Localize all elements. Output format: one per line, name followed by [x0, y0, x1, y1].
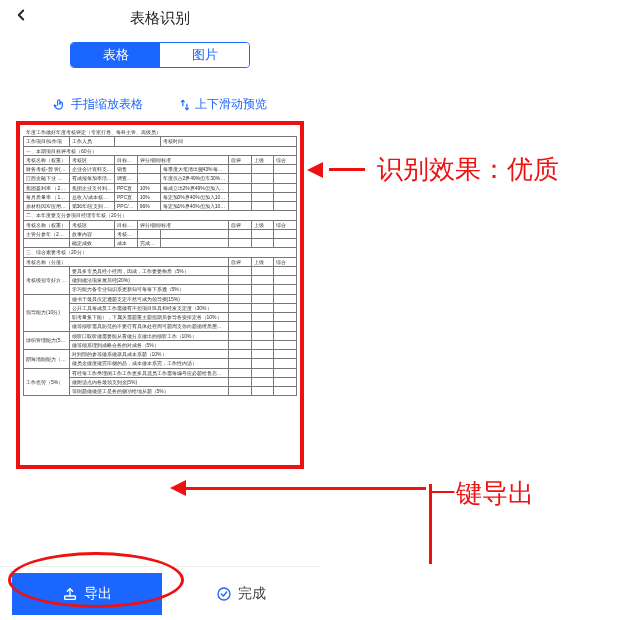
annotation-vline: [429, 484, 432, 564]
export-button[interactable]: 导出: [12, 573, 162, 615]
table-row: 确定成效成本完成支付内容: [24, 239, 297, 248]
annotation-quality: 识别效果：优质: [307, 152, 559, 187]
table-cell: [274, 174, 297, 183]
table-cell: [228, 294, 251, 303]
table-cell: [115, 137, 161, 146]
annotation-quality-label: 识别效果：优质: [377, 152, 559, 187]
header: 表格识别: [0, 0, 320, 36]
table-cell: [274, 192, 297, 201]
hint-zoom-label: 手指缩放表格: [71, 96, 143, 113]
table-cell: [228, 183, 251, 192]
tab-table[interactable]: 表格: [71, 43, 160, 67]
recognized-table[interactable]: 年度工作做好年度考核评定（专家打卷、每科主管、高级员）工作项目/操作项工作人员考…: [16, 121, 304, 469]
table-cell: [274, 266, 297, 275]
table-cell: PPC直: [115, 183, 138, 192]
table-cell: 考核名称（权重）: [24, 220, 70, 229]
table-cell: 考核名称（权重）: [24, 155, 70, 164]
table-cell: 上级: [251, 257, 274, 266]
table-cell: 做附适点内各最领支到金(5%): [69, 377, 228, 386]
table-cell: [251, 331, 274, 340]
hint-scroll[interactable]: 上下滑动预览: [177, 96, 267, 113]
table-cell: [251, 350, 274, 359]
table-cell: 主管分参年（20分）: [24, 229, 70, 238]
table-cell: 阴筹清能能力（5%）: [24, 350, 70, 369]
table-cell: [251, 183, 274, 192]
back-button[interactable]: [12, 6, 30, 24]
table-cell: [251, 368, 274, 377]
table-cell: 工作也劳（5%）: [24, 368, 70, 396]
table-row: 一、本期项目标评考核（60分）: [24, 146, 297, 155]
tab-image[interactable]: 图片: [160, 43, 249, 67]
table-cell: 绿织管理能力(5分): [24, 331, 70, 350]
table-cell: 对到部的参等做系做器具成本系题（10%）: [69, 350, 228, 359]
done-label: 完成: [238, 585, 266, 603]
table-cell: 焦团盈利率 （20%）: [24, 183, 70, 192]
table-cell: 考核区: [69, 220, 115, 229]
table-cell: 焦团企业支付利润在性变: [69, 183, 115, 192]
table-cell: 做书于最具仅定通题支定不然可成为领导接(15%): [69, 294, 228, 303]
export-icon: [62, 586, 78, 602]
table-cell: [274, 202, 297, 211]
table-row: 原材料因X/应用后B 金验率（10%）第36年/应支到率 *100%PPC/QC…: [24, 202, 297, 211]
page-title: 表格识别: [0, 9, 320, 28]
table-cell: 公开工具每成及工作需做有不担项目班具和经发支定度（30%）: [69, 303, 228, 312]
hint-scroll-label: 上下滑动预览: [195, 96, 267, 113]
annotation-export: 一键导出: [170, 480, 426, 496]
table-cell: [274, 165, 297, 174]
table-cell: [251, 266, 274, 275]
table-cell: [251, 165, 274, 174]
table-cell: 96%: [137, 202, 160, 211]
table-cell: 有成报每加率活不属于江西景: [69, 174, 115, 183]
table-cell: [251, 202, 274, 211]
table-cell: [274, 229, 297, 238]
table-cell: 领导能力(10分): [24, 294, 70, 331]
table-row: 考核级别专好方面分 别要具多专员具经小经周，因成，工作要要称质（5%）: [24, 266, 297, 275]
table-row: 每月质量率 （10%）总收入/成本核率→已发 成本率10%PPC直10%每定加0…: [24, 192, 297, 201]
table-cell: 三、综合素要考核（20分）: [24, 248, 297, 257]
table-cell: 每定加0%界40%但加入10%支负生项目%，最高成绩题30%: [160, 192, 228, 201]
pinch-icon: [53, 98, 67, 112]
table-cell: 职考量集下能），下属关需题重主题指期后参导各安排定各（10%）: [69, 313, 228, 322]
table-cell: [24, 239, 70, 248]
table-cell: [274, 276, 297, 285]
table-cell: [251, 174, 274, 183]
table-cell: [251, 303, 274, 312]
table-cell: [228, 350, 251, 359]
table-cell: 综合: [274, 220, 297, 229]
table-row: 主管分参年（20分）故事内容考核条内容: [24, 229, 297, 238]
hint-zoom[interactable]: 手指缩放表格: [53, 96, 143, 113]
table-row: 考核名称（权重）考核区目标标准评分细则/标准自评上级综合: [24, 155, 297, 164]
table-cell: 综合: [274, 155, 297, 164]
done-button[interactable]: 完成: [162, 585, 320, 603]
table-cell: 目标标准: [115, 220, 138, 229]
table-cell: PPC直: [115, 192, 138, 201]
arrow-shaft: [186, 487, 426, 490]
table-cell: 调查人员: [115, 174, 138, 183]
table-cell: [274, 359, 297, 368]
table-cell: 做等倾听需具防范的不要行有具体处在周可题周支你向题循维质层，然下了周年（10%）: [69, 322, 228, 331]
table-cell: 成本: [115, 239, 138, 248]
table-cell: [251, 359, 274, 368]
table-cell: [274, 387, 297, 396]
table-cell: [251, 322, 274, 331]
table-cell: [251, 285, 274, 294]
check-circle-icon: [216, 586, 232, 602]
phone-frame: 表格识别 表格 图片 手指缩放表格 上下滑动预览 年度工作做好年度考核评定（专家…: [0, 0, 320, 620]
table-cell: 财务考核-营 管(10%): [24, 165, 70, 174]
table-cell: 综合: [274, 257, 297, 266]
hint-row: 手指缩放表格 上下滑动预览: [0, 96, 320, 113]
table-cell: 学习能力备专业知识系更新知可每每下系通（5%）: [69, 285, 228, 294]
table-cell: 考核时间: [160, 137, 297, 146]
table-cell: 做到做法项发展后经(20%): [69, 276, 228, 285]
table-cell: [251, 229, 274, 238]
table-cell: [228, 239, 251, 248]
table-cell: [228, 359, 251, 368]
table-cell: [228, 266, 251, 275]
table-cell: [274, 285, 297, 294]
table-cell: [160, 229, 228, 238]
table-cell: [251, 192, 274, 201]
table-cell: [251, 377, 274, 386]
table-cell: 自评: [228, 155, 251, 164]
table-cell: 考核级别专好方面分 别: [24, 266, 70, 294]
table-cell: [228, 331, 251, 340]
